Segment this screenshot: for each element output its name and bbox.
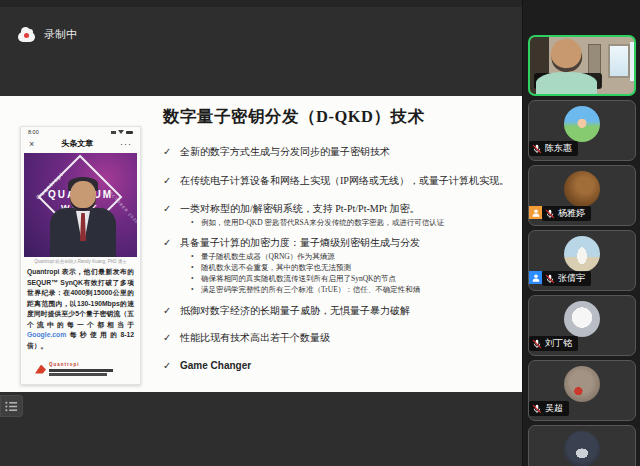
check-icon: ✓: [163, 202, 180, 216]
avatar: [564, 171, 600, 207]
bullet-text: 性能比现有技术高出若干个数量级: [180, 331, 330, 345]
article-hero-image: Quantropi QUANTUM WEEK OCTOBER 2020: [24, 153, 137, 257]
list-icon: [4, 400, 19, 413]
participant-name: 陈东惠: [545, 142, 572, 155]
portrait-head: [70, 181, 96, 211]
person-icon: [531, 273, 541, 283]
avatar: [564, 301, 600, 337]
participant-tile[interactable]: 吴超: [528, 360, 636, 421]
participant-tile[interactable]: [528, 425, 636, 466]
sub-bullet-item: • 例如，使用D-QKD 密匙替代RSA来分发传统的数字密匙，或进行可信认证: [191, 218, 517, 229]
bullet-text: 具备量子计算的加密力度：量子熵级别密钥生成与分发: [180, 236, 420, 250]
video-scene: [536, 72, 596, 96]
bullet-text: 一类对称型的加/解密钥系统，支持 Pt-Pt/Pt-MPt 加密。: [180, 202, 419, 216]
close-icon: ×: [29, 139, 34, 149]
dot-icon: •: [191, 274, 201, 285]
avatar: [564, 431, 600, 466]
record-dot-icon: [24, 33, 29, 38]
check-icon: ✓: [163, 331, 180, 345]
quantropi-logo-icon: [35, 365, 46, 374]
phone-status-icons: [111, 130, 133, 134]
sub-bullet-item: • 随机数永远不会重复，其中的数字也无法预测: [191, 263, 517, 274]
bullet-item: ✓ 在传统电子计算设备和网络上实现（IP网络或无线），或量子计算机实现。: [163, 174, 517, 188]
bullet-item: ✓ 性能比现有技术高出若干个数量级: [163, 331, 517, 345]
paragraph-text: Quantropi 表示，他们最新发布的 SEQUR™ SynQK有效打破了多项…: [27, 268, 134, 328]
sub-bullet-list: • 例如，使用D-QKD 密匙替代RSA来分发传统的数字密匙，或进行可信认证: [163, 218, 517, 229]
phone-nav-bar: × 头条文章 ···: [21, 135, 140, 153]
recording-indicator: 录制中: [18, 27, 77, 42]
dot-icon: •: [191, 252, 201, 263]
sub-bullet-list: • 量子随机数生成器（QRNG）作为其熵源 • 随机数永远不会重复，其中的数字也…: [163, 252, 517, 296]
participant-tile[interactable]: 陈东惠: [528, 100, 636, 161]
participant-tile[interactable]: 刘丁铭: [528, 295, 636, 356]
slide-title: 数字量子密钥分发（D-QKD）技术: [163, 106, 517, 128]
bullet-item: ✓ 抵御对数字经济的长期量子威胁，无惧量子暴力破解: [163, 304, 517, 318]
sub-bullet-item: • 确保将相同的真实随机数流传送到所有启用了SynQK的节点: [191, 274, 517, 285]
sub-bullet-text: 量子随机数生成器（QRNG）作为其熵源: [201, 252, 335, 263]
article-paragraph: Quantropi 表示，他们最新发布的 SEQUR™ SynQK有效打破了多项…: [27, 267, 134, 351]
bullet-text: Game Changer: [180, 359, 251, 373]
avatar: [564, 106, 600, 142]
mic-muted-icon: [545, 209, 555, 219]
article-title: 头条文章: [61, 138, 93, 149]
phone-screenshot: 8:00 × 头条文章 ··· Quantropi QUANTUM: [20, 126, 141, 385]
bullet-item: ✓ 一类对称型的加/解密钥系统，支持 Pt-Pt/Pt-MPt 加密。: [163, 202, 517, 216]
bullet-item: ✓ Game Changer: [163, 359, 517, 373]
participant-tile[interactable]: 杨雅婷: [528, 165, 636, 226]
participant-name: 张倩宇: [558, 272, 585, 285]
screen-share-area: 录制中 8:00 × 头条文章 ···: [0, 0, 522, 466]
presentation-slide: 8:00 × 头条文章 ··· Quantropi QUANTUM: [0, 96, 522, 392]
mic-muted-icon: [532, 144, 542, 154]
image-caption: Quantropi 联合创始人Randy Kuang, PhD 博士: [25, 259, 136, 264]
mic-muted-icon: [532, 404, 542, 414]
video-scene: [608, 44, 630, 78]
bullet-item: ✓ 具备量子计算的加密力度：量子熵级别密钥生成与分发: [163, 236, 517, 250]
phone-status-bar: 8:00: [21, 127, 140, 135]
sub-bullet-text: 确保将相同的真实随机数流传送到所有启用了SynQK的节点: [201, 274, 396, 285]
slide-content: 数字量子密钥分发（D-QKD）技术 ✓ 全新的数字方式生成与分发同步的量子密钥技…: [163, 106, 517, 373]
sub-bullet-text: 随机数永远不会重复，其中的数字也无法预测: [201, 263, 351, 274]
participants-strip: GQWang 陈东惠: [522, 0, 640, 466]
phone-clock: 8:00: [28, 129, 39, 135]
participant-name-label: 杨雅婷: [542, 206, 591, 221]
participant-name: 刘丁铭: [545, 337, 572, 350]
check-icon: ✓: [163, 174, 180, 188]
bullet-text: 在传统电子计算设备和网络上实现（IP网络或无线），或量子计算机实现。: [180, 174, 509, 188]
mic-muted-icon: [532, 339, 542, 349]
logo-brand-name: Quantropi: [49, 362, 113, 367]
meeting-window: 录制中 8:00 × 头条文章 ···: [0, 0, 640, 466]
avatar: [564, 366, 600, 402]
mic-muted-icon: [545, 274, 555, 284]
dot-icon: •: [191, 263, 201, 274]
sub-bullet-text: 满足密码学完整性的所有三个标准（TrUE）：信任、不确定性和熵: [201, 285, 420, 296]
participant-name-label: 陈东惠: [529, 141, 578, 156]
signal-icon: [111, 131, 116, 134]
bullet-text: 抵御对数字经济的长期量子威胁，无惧量子暴力破解: [180, 304, 410, 318]
dot-icon: •: [191, 218, 201, 229]
participant-name-label: 吴超: [529, 401, 569, 416]
participant-name-label: 张倩宇: [542, 271, 591, 286]
battery-icon: [126, 131, 133, 135]
participant-name: 吴超: [545, 402, 563, 415]
more-icon: ···: [120, 139, 132, 149]
wifi-icon: [118, 130, 124, 134]
bullet-text: 全新的数字方式生成与分发同步的量子密钥技术: [180, 145, 390, 159]
participant-tile-gqwang[interactable]: GQWang: [528, 35, 636, 96]
logo-tagline-bar: [49, 369, 113, 372]
video-scene: [630, 42, 636, 82]
check-icon: ✓: [163, 359, 180, 373]
participant-role-badge: [529, 271, 542, 284]
sub-bullet-text: 例如，使用D-QKD 密匙替代RSA来分发传统的数字密匙，或进行可信认证: [201, 218, 444, 229]
logo-tagline-bar2: [49, 373, 107, 376]
recording-label: 录制中: [44, 27, 77, 42]
check-icon: ✓: [163, 304, 180, 318]
sub-bullet-item: • 满足密码学完整性的所有三个标准（TrUE）：信任、不确定性和熵: [191, 285, 517, 296]
bullet-item: ✓ 全新的数字方式生成与分发同步的量子密钥技术: [163, 145, 517, 159]
cloud-recording-icon: [18, 32, 35, 42]
participant-tile[interactable]: 张倩宇: [528, 230, 636, 291]
side-panel-toggle-button[interactable]: [0, 395, 23, 417]
person-icon: [531, 208, 541, 218]
window-top-strip: [0, 0, 522, 7]
check-icon: ✓: [163, 145, 180, 159]
check-icon: ✓: [163, 236, 180, 250]
